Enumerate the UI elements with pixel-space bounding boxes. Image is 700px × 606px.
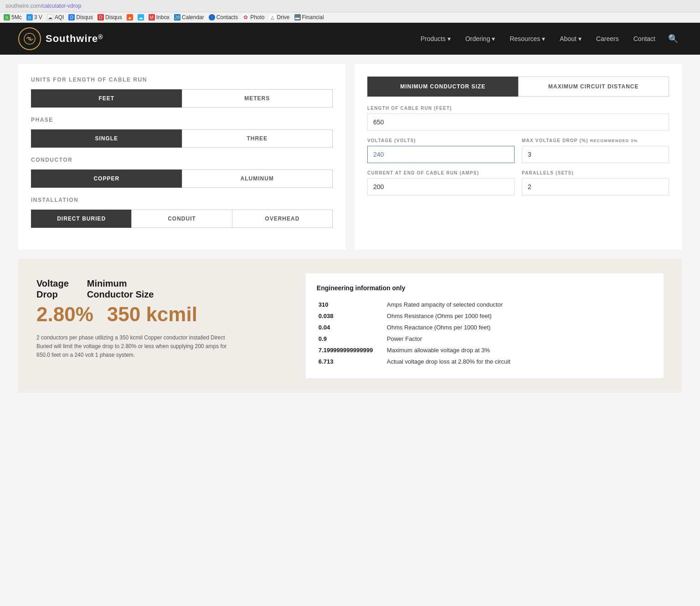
results-labels: VoltageDrop MinimumConductor Size: [36, 278, 292, 300]
phase-label: PHASE: [31, 117, 333, 123]
bookmark-5mc[interactable]: n 5Mc: [4, 14, 22, 21]
bookmark-disqus1[interactable]: D Disqus: [68, 14, 93, 21]
engineering-row: 7.199999999999999Maximum allowable volta…: [317, 344, 653, 356]
bookmark-label-3v: 3 V: [34, 14, 42, 21]
bookmark-photo[interactable]: ✿ Photo: [242, 14, 264, 21]
bookmark-disqus2[interactable]: D Disqus: [98, 14, 122, 21]
parallels-input[interactable]: [522, 178, 669, 195]
current-group: CURRENT AT END OF CABLE RUN (AMPS): [367, 170, 515, 195]
bookmark-icon-3v: n: [26, 14, 33, 21]
nav-header: Southwire® Products ▾ Ordering ▾ Resourc…: [0, 23, 700, 55]
chevron-down-icon: ▾: [448, 35, 451, 42]
current-label: CURRENT AT END OF CABLE RUN (AMPS): [367, 170, 515, 175]
max-vdrop-label: MAX VOLTAGE DROP (%) RECOMMENDED 3%: [522, 138, 669, 143]
eng-label: Amps Rated ampacity of selected conducto…: [385, 299, 653, 310]
bookmark-icon-financial: ▬: [294, 14, 301, 21]
bookmark-icon-disqus1: D: [68, 14, 75, 21]
bookmark-cloud[interactable]: ▲: [127, 14, 133, 21]
conductor-label: CONDUCTOR: [31, 157, 333, 163]
nav-logo[interactable]: Southwire®: [18, 27, 103, 50]
eng-label: Ohms Reactance (Ohms per 1000 feet): [385, 322, 653, 333]
max-vdrop-sublabel: RECOMMENDED 3%: [590, 139, 638, 143]
nav-link-ordering[interactable]: Ordering ▾: [460, 31, 500, 46]
eng-value: 0.04: [317, 322, 385, 333]
main-content: UNITS FOR LENGTH OF CABLE RUN FEET METER…: [0, 55, 700, 411]
units-toggle-group: FEET METERS: [31, 89, 333, 108]
units-meters-button[interactable]: METERS: [182, 89, 333, 108]
eng-value: 0.038: [317, 310, 385, 322]
nav-links: Products ▾ Ordering ▾ Resources ▾ About …: [415, 30, 682, 47]
eng-label: Power Factor: [385, 333, 653, 344]
installation-conduit-button[interactable]: CONDUIT: [131, 210, 232, 228]
cable-run-input[interactable]: [367, 113, 669, 131]
units-label: UNITS FOR LENGTH OF CABLE RUN: [31, 77, 333, 83]
bookmarks-bar: n 5Mc n 3 V ☁ AQI D Disqus D Disqus ▲ ☁ …: [0, 12, 700, 23]
conductor-aluminum-button[interactable]: ALUMINUM: [182, 169, 333, 188]
results-left: VoltageDrop MinimumConductor Size 2.80% …: [36, 273, 292, 378]
bookmark-icon-drive: △: [269, 14, 276, 21]
eng-value: 7.199999999999999: [317, 344, 385, 356]
engineering-panel: Engineering information only 310Amps Rat…: [306, 273, 664, 378]
nav-link-about[interactable]: About ▾: [554, 31, 587, 46]
nav-link-careers[interactable]: Careers: [591, 31, 624, 46]
eng-label: Actual voltage drop loss at 2.80% for th…: [385, 356, 653, 367]
nav-link-ordering-label: Ordering: [465, 35, 490, 42]
bookmark-label-contacts: Contacts: [216, 14, 238, 21]
tab-group: MINIMUM CONDUCTOR SIZE MAXIMUM CIRCUIT D…: [367, 77, 669, 97]
phase-single-button[interactable]: SINGLE: [31, 129, 182, 148]
right-panel: MINIMUM CONDUCTOR SIZE MAXIMUM CIRCUIT D…: [355, 64, 682, 250]
browser-bar: southwire.com/calculator-vdrop: [0, 0, 700, 12]
phase-toggle-group: SINGLE THREE: [31, 129, 333, 148]
nav-link-about-label: About: [560, 35, 576, 42]
search-icon[interactable]: 🔍: [664, 30, 682, 47]
bookmark-contacts[interactable]: 👤 Contacts: [209, 14, 238, 21]
nav-link-products-label: Products: [421, 35, 446, 42]
nav-link-products[interactable]: Products ▾: [415, 31, 456, 46]
tab-min-conductor[interactable]: MINIMUM CONDUCTOR SIZE: [367, 77, 518, 97]
bookmark-icon-photo: ✿: [242, 14, 249, 21]
parallels-label: PARALLELS (SETS): [522, 170, 669, 175]
logo-text: Southwire: [46, 33, 98, 44]
engineering-row: 310Amps Rated ampacity of selected condu…: [317, 299, 653, 310]
bookmark-cloud2[interactable]: ☁: [138, 14, 144, 21]
bookmark-label-5mc: 5Mc: [11, 14, 22, 21]
phase-three-button[interactable]: THREE: [182, 129, 333, 148]
installation-toggle-group: DIRECT BURIED CONDUIT OVERHEAD: [31, 210, 333, 228]
engineering-table: 310Amps Rated ampacity of selected condu…: [317, 299, 653, 367]
bookmark-inbox[interactable]: M Inbox: [149, 14, 170, 21]
tab-max-distance[interactable]: MAXIMUM CIRCUIT DISTANCE: [518, 77, 669, 97]
current-input[interactable]: [367, 178, 515, 195]
max-vdrop-group: MAX VOLTAGE DROP (%) RECOMMENDED 3%: [522, 138, 669, 163]
bookmark-label-aqi: AQI: [55, 14, 64, 21]
cable-run-group: LENGTH OF CABLE RUN (FEET): [367, 106, 669, 131]
bookmark-icon-5mc: n: [4, 14, 10, 21]
engineering-row: 0.9Power Factor: [317, 333, 653, 344]
conductor-toggle-group: COPPER ALUMINUM: [31, 169, 333, 188]
nav-link-careers-label: Careers: [596, 35, 619, 42]
bookmark-aqi[interactable]: ☁ AQI: [47, 14, 64, 21]
current-row: CURRENT AT END OF CABLE RUN (AMPS) PARAL…: [367, 170, 669, 195]
max-vdrop-input[interactable]: [522, 146, 669, 163]
logo-reg: ®: [98, 33, 103, 41]
units-feet-button[interactable]: FEET: [31, 89, 182, 108]
bookmark-label-disqus1: Disqus: [76, 14, 93, 21]
nav-link-resources-label: Resources: [510, 35, 540, 42]
results-values: 2.80% 350 kcmil: [36, 304, 292, 324]
bookmark-icon-aqi: ☁: [47, 14, 53, 21]
bookmark-calendar[interactable]: 28 Calendar: [174, 14, 204, 21]
bookmark-label-drive: Drive: [277, 14, 290, 21]
installation-direct-button[interactable]: DIRECT BURIED: [31, 210, 131, 228]
conductor-copper-button[interactable]: COPPER: [31, 169, 182, 188]
bookmark-drive[interactable]: △ Drive: [269, 14, 290, 21]
bookmark-label-inbox: Inbox: [156, 14, 170, 21]
bookmark-icon-inbox: M: [149, 14, 155, 21]
chevron-down-icon: ▾: [578, 35, 582, 42]
nav-link-contact[interactable]: Contact: [628, 31, 661, 46]
bookmark-3v[interactable]: n 3 V: [26, 14, 42, 21]
nav-link-resources[interactable]: Resources ▾: [504, 31, 551, 46]
bookmark-financial[interactable]: ▬ Financial: [294, 14, 324, 21]
voltage-input[interactable]: [367, 146, 515, 163]
chevron-down-icon: ▾: [542, 35, 545, 42]
installation-overhead-button[interactable]: OVERHEAD: [232, 210, 333, 228]
eng-value: 6.713: [317, 356, 385, 367]
